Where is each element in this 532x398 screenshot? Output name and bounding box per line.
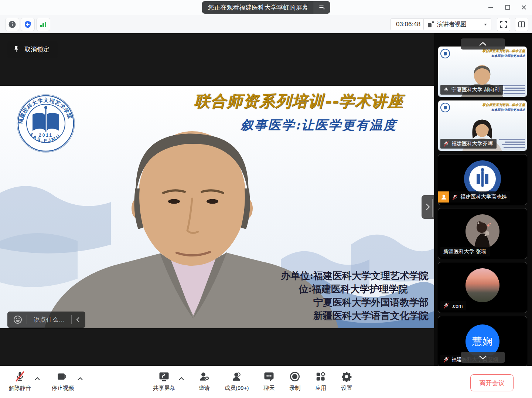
avatar-illustration [466,214,499,248]
meeting-info-button[interactable] [5,18,19,31]
audio-options-chevron[interactable] [35,377,40,380]
mini-slide-text-lines [499,139,525,148]
camera-icon [57,371,69,382]
apps-icon [315,371,326,382]
mic-muted-icon [14,371,25,382]
host-line: 新疆医科大学语言文化学院 [266,309,429,322]
participant-name-row: 福建医科大学高晓婷 [438,191,510,203]
participant-name: 福建医科大学高晓婷 [460,194,507,200]
members-icon [231,371,242,382]
side-by-side-layout-button[interactable] [515,18,528,31]
unmute-button[interactable]: 解除静音 [9,371,31,392]
sas-fjmu-logo: 福建医科大学文理艺术学院 SAS,FJMU 2011 [16,94,75,153]
members-label: 成员(99+) [225,385,249,392]
chevron-up-icon [479,42,487,46]
share-screen-button[interactable]: 共享屏幕 [153,371,175,392]
pin-icon [13,45,20,53]
layout-icon [427,21,434,28]
participant-name: 宁夏医科大学 郝向利 [451,86,499,93]
participant-name-label: 福建医科大学高晓婷 [449,191,510,203]
chevron-up-icon [78,377,83,380]
collapse-message-bar-button[interactable] [72,317,84,322]
mini-slide-title: 联合师资系列培训--学术讲座 [482,103,525,108]
mic-muted-icon [443,141,449,147]
minimize-button[interactable] [485,2,496,13]
share-screen-icon [158,371,170,382]
apps-button[interactable]: 应用 [315,371,326,392]
mic-muted-icon [452,194,458,200]
scroll-up-button[interactable] [461,38,505,50]
invite-button[interactable]: 邀请 [199,371,210,392]
participant-name: 新疆医科大学 张瑞 [443,248,486,255]
meeting-timer: 03:06:48 [391,18,426,30]
share-options-chevron[interactable] [179,377,184,380]
record-button[interactable]: 录制 [289,371,300,392]
network-status-button[interactable] [36,18,50,31]
settings-button[interactable]: 设置 [341,371,352,392]
participant-name-label: 新疆医科大学 张瑞 [440,247,490,256]
slide-title: 联合师资系列培训--学术讲座 [167,91,431,112]
unlock-label: 取消锁定 [24,45,50,54]
participant-name-label: 宁夏医科大学 郝向利 [440,85,503,95]
participant-name-label: .com [440,301,466,310]
mini-slide-subtitle: 叙事医学:让医学更有温度 [491,108,525,112]
participant-tile[interactable]: 新疆医科大学 张瑞 [438,208,527,259]
info-icon [8,20,16,28]
gear-icon [341,371,352,382]
participant-tile[interactable]: 联合师资系列培训--学术讲座 叙事医学:让医学更有温度 [438,100,527,151]
signal-bars-icon [39,20,47,28]
chevron-down-icon [479,355,487,360]
unmute-label: 解除静音 [9,385,31,392]
view-mode-label: 演讲者视图 [437,21,467,28]
avatar [466,214,499,248]
scroll-down-button[interactable] [461,352,505,363]
split-view-icon [518,21,525,28]
close-button[interactable] [519,2,529,13]
message-placeholder[interactable]: 说点什么... [27,316,71,324]
avatar [466,268,499,302]
participant-name: .com [451,303,463,309]
stop-video-button[interactable]: 停止视频 [52,371,74,392]
leave-meeting-button[interactable]: 离开会议 [470,374,514,391]
screen-share-banner: 您正在观看福建医科大学季虹的屏幕 [202,1,330,14]
unlock-pin-button[interactable]: 取消锁定 [7,41,58,58]
view-mode-selector[interactable]: 演讲者视图 [423,18,491,30]
slide-subtitle: 叙事医学:让医学更有温度 [207,117,431,134]
record-icon [289,371,300,382]
mini-slide-subtitle: 叙事医学:让医学更有温度 [491,54,525,58]
settings-label: 设置 [341,385,352,392]
shared-screen-stage: 联合师资系列培训--学术讲座 叙事医学:让医学更有温度 福建医科大学文理艺术学院… [0,33,434,366]
mini-logo-icon [440,103,450,112]
hamburger-caret-icon [319,5,325,10]
chat-button[interactable]: 聊天 [263,371,274,392]
mini-logo-icon [440,49,450,58]
stop-video-label: 停止视频 [52,385,74,392]
shield-plus-icon [24,20,32,28]
chevron-down-icon [484,23,487,26]
members-button[interactable]: 成员(99+) [225,371,249,392]
emoji-icon[interactable] [13,315,22,324]
logo-year-text: 2011 [39,133,53,138]
screen-share-title: 您正在观看福建医科大学季虹的屏幕 [202,3,314,12]
participant-tile[interactable]: 联合师资系列培训--学术讲座 叙事医学:让医学更有温度 宁夏 [438,46,527,97]
shared-screen-video: 联合师资系列培训--学术讲座 叙事医学:让医学更有温度 福建医科大学文理艺术学院… [0,86,434,328]
chevron-up-icon [179,377,184,380]
participant-tile[interactable]: FUJIAN MEDICAL UNIVERSITY 1937 [438,154,527,205]
security-button[interactable] [21,18,35,31]
participant-tile[interactable]: .com [438,262,527,313]
meeting-window: 您正在观看福建医科大学季虹的屏幕 [0,0,532,398]
mic-muted-icon [443,303,449,309]
slide-host-units: 办单位:福建医科大学文理艺术学院 位:福建医科大学护理学院 宁夏医科大学外国语教… [266,269,429,322]
maximize-icon [505,4,511,10]
record-label: 录制 [289,385,300,392]
host-line: 位:福建医科大学护理学院 [266,282,429,296]
invite-person-icon [199,371,210,382]
mic-on-icon [443,87,449,93]
video-options-chevron[interactable] [78,377,83,380]
quick-message-bar[interactable]: 说点什么... [7,312,85,328]
maximize-button[interactable] [502,2,513,13]
participants-sidebar: 联合师资系列培训--学术讲座 叙事医学:让医学更有温度 宁夏 [434,33,532,366]
fullscreen-button[interactable] [497,18,510,31]
share-banner-menu-button[interactable] [314,1,330,14]
share-screen-label: 共享屏幕 [153,385,175,392]
